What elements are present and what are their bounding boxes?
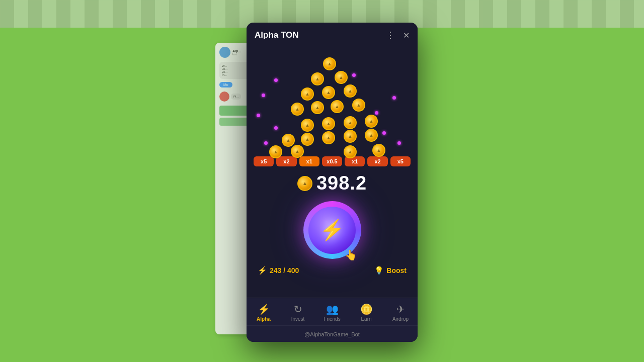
invest-nav-icon: ↻ <box>294 303 302 315</box>
coin: ▲ <box>311 101 324 114</box>
alpha-nav-label: Alpha <box>257 316 271 322</box>
coin: ▲ <box>301 119 314 132</box>
dot <box>382 131 386 135</box>
coin: ▲ <box>301 87 314 101</box>
mult-x1-active[interactable]: x1 <box>299 156 319 166</box>
tap-button[interactable]: ⚡ 👆 <box>303 201 361 259</box>
energy-value: 243 / 400 <box>270 266 299 275</box>
boost-button[interactable]: 💡 Boost <box>374 266 407 275</box>
dot <box>274 78 278 82</box>
score-display: ▲ 398.2 <box>297 172 367 194</box>
coins-area: ▲ ▲ ▲ ▲ ▲ ▲ ▲ ▲ ▲ ▲ ▲ ▲ ▲ ▲ ▲ <box>247 48 418 156</box>
mult-x05[interactable]: x0.5 <box>322 156 342 166</box>
bot-footer: @AlphaTonGame_Bot <box>247 325 418 342</box>
dot <box>375 111 378 115</box>
nav-item-airdrop[interactable]: ✈ Airdrop <box>383 298 418 325</box>
coin: ▲ <box>311 72 324 85</box>
dot <box>257 114 260 117</box>
coin: ▲ <box>291 103 304 116</box>
score-value: 398.2 <box>316 172 367 194</box>
coin: ▲ <box>372 144 385 157</box>
coin: ▲ <box>365 129 378 142</box>
bottom-stats-row: ⚡ 243 / 400 💡 Boost <box>247 266 418 279</box>
tap-button-inner: ⚡ <box>308 207 356 254</box>
title-bar: Alpha TON ⋮ ✕ <box>247 23 418 48</box>
energy-icon: ⚡ <box>258 266 267 275</box>
multipliers-row: x5 x2 x1 x0.5 x1 x2 x5 <box>247 156 418 166</box>
nav-item-alpha[interactable]: ⚡ Alpha <box>247 298 281 325</box>
dot <box>392 96 396 100</box>
coin: ▲ <box>344 84 357 98</box>
coin: ▲ <box>322 117 335 130</box>
dot <box>352 73 356 77</box>
close-icon[interactable]: ✕ <box>403 31 410 40</box>
app-window: Alpha TON ⋮ ✕ <box>247 23 418 342</box>
coin: ▲ <box>322 131 335 144</box>
mult-x5-left[interactable]: x5 <box>254 156 274 166</box>
coin: ▲ <box>269 145 282 158</box>
earn-nav-icon: 🪙 <box>360 303 373 315</box>
coin: ▲ <box>323 57 336 70</box>
mult-x5-right[interactable]: x5 <box>390 156 411 166</box>
coin: ▲ <box>291 145 304 158</box>
airdrop-nav-label: Airdrop <box>392 316 409 322</box>
boost-label: Boost <box>386 266 407 275</box>
mult-x2-right[interactable]: x2 <box>367 156 387 166</box>
energy-display: ⚡ 243 / 400 <box>258 266 299 275</box>
coin: ▲ <box>331 100 344 113</box>
friends-nav-icon: 👥 <box>326 303 339 315</box>
dot <box>274 126 278 130</box>
coin: ▲ <box>301 133 314 146</box>
nav-bar: ⚡ Alpha ↻ Invest 👥 Friends 🪙 Earn ✈ Aird… <box>247 298 418 325</box>
coin: ▲ <box>282 134 295 147</box>
lightning-icon: ⚡ <box>319 218 345 242</box>
friends-nav-label: Friends <box>324 316 340 322</box>
tap-button-container: ⚡ 👆 <box>303 201 361 259</box>
alpha-nav-icon: ⚡ <box>258 303 270 315</box>
coin: ▲ <box>344 116 357 129</box>
coin: ▲ <box>365 115 378 128</box>
nav-item-earn[interactable]: 🪙 Earn <box>349 298 383 325</box>
coin: ▲ <box>335 71 348 84</box>
coin: ▲ <box>352 99 365 112</box>
coin: ▲ <box>322 86 335 99</box>
mult-x2-left[interactable]: x2 <box>276 156 296 166</box>
nav-item-invest[interactable]: ↻ Invest <box>281 298 315 325</box>
app-title: Alpha TON <box>255 30 299 40</box>
coin: ▲ <box>344 145 357 158</box>
dot <box>264 141 268 145</box>
menu-icon[interactable]: ⋮ <box>386 30 395 41</box>
cursor-pointer-icon: 👆 <box>345 249 357 261</box>
dot <box>397 141 401 145</box>
score-coin-icon: ▲ <box>297 176 312 191</box>
nav-item-friends[interactable]: 👥 Friends <box>315 298 349 325</box>
airdrop-nav-icon: ✈ <box>396 303 405 315</box>
invest-nav-label: Invest <box>291 316 305 322</box>
boost-icon: 💡 <box>374 266 384 275</box>
earn-nav-label: Earn <box>361 316 371 322</box>
bot-name: @AlphaTonGame_Bot <box>304 331 360 337</box>
game-area: ▲ ▲ ▲ ▲ ▲ ▲ ▲ ▲ ▲ ▲ ▲ ▲ ▲ ▲ ▲ <box>247 48 418 298</box>
coin: ▲ <box>344 130 357 143</box>
dot <box>262 94 265 97</box>
